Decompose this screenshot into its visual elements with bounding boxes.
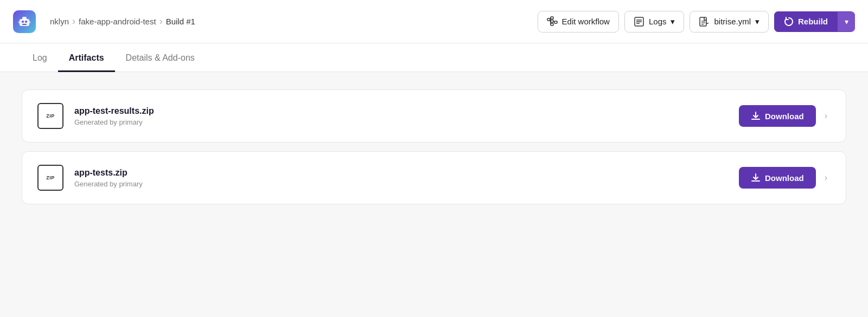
expand-chevron-2[interactable]: › [821, 171, 831, 185]
artifact-name-1: app-test-results.zip [74, 106, 728, 116]
bitrise-yml-button[interactable]: bitrise.yml ▾ [690, 11, 769, 33]
artifact-name-2: app-tests.zip [74, 168, 728, 178]
breadcrumb-org[interactable]: nklyn [50, 17, 69, 26]
edit-workflow-label: Edit workflow [562, 17, 610, 26]
svg-point-3 [25, 21, 27, 23]
logs-icon [634, 16, 644, 27]
artifact-actions-2: Download › [739, 167, 831, 189]
rebuild-main-button[interactable]: Rebuild [774, 11, 838, 32]
svg-rect-8 [551, 17, 553, 19]
logo-wrap [13, 10, 36, 33]
breadcrumb-build: Build #1 [166, 17, 195, 26]
artifact-info-2: app-tests.zip Generated by primary [74, 168, 728, 188]
artifact-info-1: app-test-results.zip Generated by primar… [74, 106, 728, 126]
artifact-meta-2: Generated by primary [74, 180, 728, 188]
svg-rect-1 [22, 17, 27, 20]
svg-rect-7 [547, 18, 550, 21]
svg-rect-5 [18, 21, 20, 23]
svg-rect-6 [29, 21, 30, 23]
header: nklyn › fake-app-android-test › Build #1… [0, 0, 868, 43]
svg-line-12 [550, 18, 551, 20]
rebuild-button-group: Rebuild ▾ [774, 11, 855, 32]
logs-label: Logs [649, 17, 667, 26]
download-icon-2 [751, 173, 761, 183]
artifact-meta-1: Generated by primary [74, 118, 728, 126]
tab-artifacts[interactable]: Artifacts [58, 43, 115, 72]
svg-rect-4 [22, 24, 27, 25]
artifact-actions-1: Download › [739, 105, 831, 127]
svg-rect-10 [551, 23, 553, 25]
tab-details[interactable]: Details & Add-ons [115, 43, 206, 72]
breadcrumb-sep-2: › [159, 16, 163, 27]
main-content: ZIP app-test-results.zip Generated by pr… [0, 72, 868, 222]
artifact-card-1: ZIP app-test-results.zip Generated by pr… [22, 89, 846, 143]
header-actions: Edit workflow Logs ▾ bitrise.yml [538, 11, 855, 33]
rebuild-dropdown-button[interactable]: ▾ [838, 12, 855, 31]
download-button-2[interactable]: Download [739, 167, 816, 189]
tabs-bar: Log Artifacts Details & Add-ons [0, 43, 868, 72]
workflow-icon [547, 16, 558, 27]
breadcrumb: nklyn › fake-app-android-test › Build #1 [50, 16, 195, 27]
logs-button[interactable]: Logs ▾ [624, 11, 685, 33]
expand-chevron-1[interactable]: › [821, 109, 831, 123]
download-button-1[interactable]: Download [739, 105, 816, 127]
yml-icon [699, 16, 710, 27]
download-label-2: Download [765, 173, 804, 183]
yml-chevron-icon: ▾ [755, 17, 760, 27]
breadcrumb-sep-1: › [72, 16, 75, 27]
download-label-1: Download [765, 112, 804, 121]
bitrise-yml-label: bitrise.yml [714, 17, 751, 26]
bitrise-logo-icon [13, 10, 36, 33]
artifact-zip-icon-2: ZIP [37, 165, 63, 191]
svg-rect-9 [551, 20, 553, 22]
edit-workflow-button[interactable]: Edit workflow [538, 11, 619, 33]
download-icon-1 [751, 111, 761, 121]
tab-log[interactable]: Log [22, 43, 58, 72]
svg-rect-11 [554, 21, 557, 23]
breadcrumb-repo[interactable]: fake-app-android-test [79, 17, 156, 26]
artifact-card-2: ZIP app-tests.zip Generated by primary D… [22, 151, 846, 204]
logs-chevron-icon: ▾ [671, 17, 675, 27]
artifact-zip-icon-1: ZIP [37, 103, 63, 129]
rebuild-label: Rebuild [798, 17, 828, 26]
rebuild-caret-icon: ▾ [845, 17, 848, 26]
svg-point-2 [22, 21, 24, 23]
rebuild-icon [784, 17, 794, 27]
